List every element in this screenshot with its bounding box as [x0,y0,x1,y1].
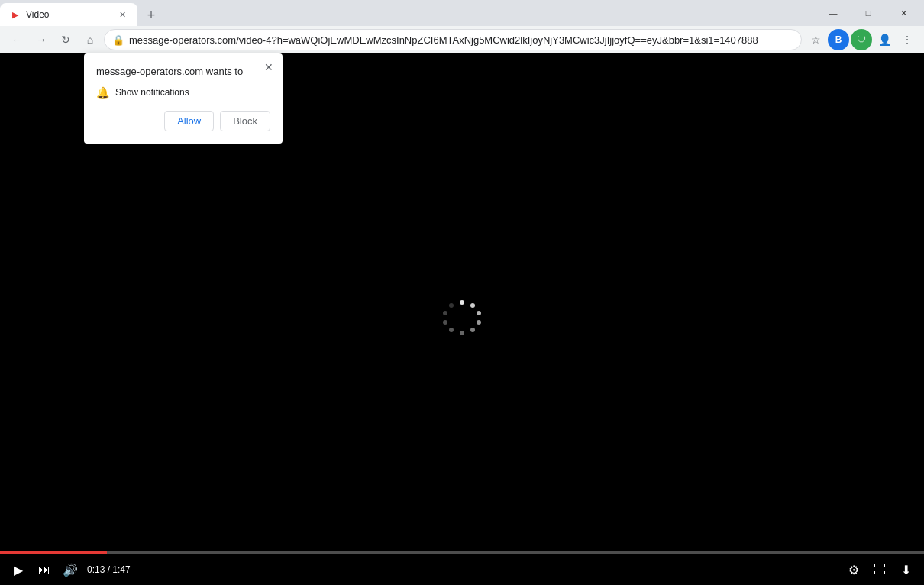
allow-button[interactable]: Allow [164,111,214,131]
window-controls: — □ ✕ [816,0,924,26]
time-display: 0:13 / 1:47 [87,564,131,575]
close-tab-button[interactable]: ✕ [116,8,128,21]
permission-text: Show notifications [115,87,189,98]
popup-permission: 🔔 Show notifications [96,86,270,99]
volume-button[interactable]: 🔊 [61,561,79,579]
shield-button[interactable]: 🛡 [851,29,872,50]
block-button[interactable]: Block [220,111,270,131]
download-button[interactable]: ⬇ [897,561,915,579]
tab-favicon: ▶ [9,8,21,21]
account-button[interactable]: 👤 [874,29,895,50]
notification-popup: ✕ message-operators.com wants to 🔔 Show … [84,53,283,144]
video-controls: ▶ ⏭ 🔊 0:13 / 1:47 ⚙ ⛶ ⬇ [0,554,924,585]
loading-spinner [443,300,481,338]
forward-button[interactable]: → [31,29,52,50]
tab-title: Video [26,9,111,20]
popup-close-button[interactable]: ✕ [261,60,276,75]
popup-buttons: Allow Block [96,111,270,131]
minimize-button[interactable]: — [816,0,851,26]
home-button[interactable]: ⌂ [79,29,101,50]
fullscreen-button[interactable]: ⛶ [871,561,889,579]
popup-title: message-operators.com wants to [96,66,270,77]
close-window-button[interactable]: ✕ [886,0,921,26]
maximize-button[interactable]: □ [851,0,886,26]
extensions-button[interactable]: B [828,29,849,50]
refresh-button[interactable]: ↻ [55,29,76,50]
url-text: message-operators.com/video-4?h=waWQiOjE… [129,34,793,46]
controls-right: ⚙ ⛶ ⬇ [845,561,915,579]
title-bar: ▶ Video ✕ + — □ ✕ [0,0,924,26]
back-button[interactable]: ← [6,29,27,50]
active-tab[interactable]: ▶ Video ✕ [0,3,137,26]
browser-content: ✕ message-operators.com wants to 🔔 Show … [0,53,924,585]
new-tab-button[interactable]: + [141,5,162,26]
bell-icon: 🔔 [96,86,109,99]
omnibox[interactable]: 🔒 message-operators.com/video-4?h=waWQiO… [104,29,802,50]
play-button[interactable]: ▶ [9,561,27,579]
bookmark-button[interactable]: ☆ [805,29,826,50]
spinner-wheel [443,300,481,338]
tab-strip: ▶ Video ✕ + [0,0,816,26]
settings-button[interactable]: ⚙ [845,561,863,579]
address-bar: ← → ↻ ⌂ 🔒 message-operators.com/video-4?… [0,26,924,53]
toolbar-right: ☆ B 🛡 👤 ⋮ [805,29,918,50]
skip-button[interactable]: ⏭ [35,561,53,579]
lock-icon: 🔒 [112,34,124,46]
menu-button[interactable]: ⋮ [897,29,918,50]
